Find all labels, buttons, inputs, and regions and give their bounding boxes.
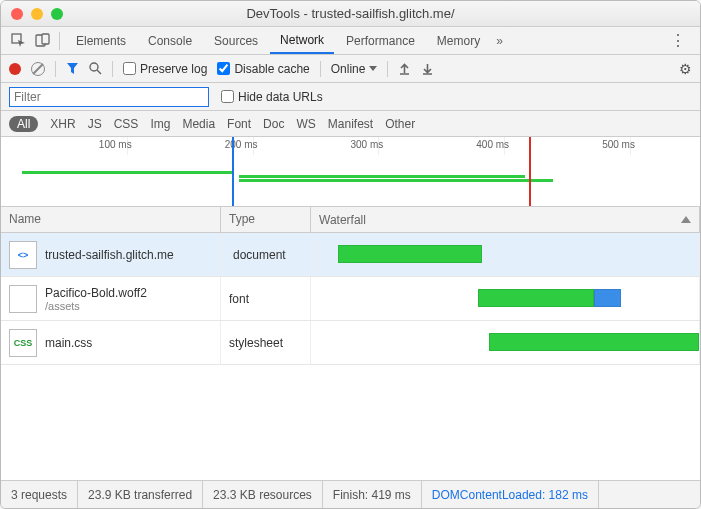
waterfall-cell [311, 321, 700, 364]
col-name[interactable]: Name [1, 207, 221, 232]
throttling-value: Online [331, 62, 366, 76]
close-window-button[interactable] [11, 8, 23, 20]
document-icon: <> [9, 241, 37, 269]
type-media[interactable]: Media [182, 117, 215, 131]
waterfall-cell [311, 277, 700, 320]
type-ws[interactable]: WS [296, 117, 315, 131]
svg-point-3 [90, 63, 98, 71]
upload-har-icon[interactable] [398, 62, 411, 75]
disable-cache-label: Disable cache [234, 62, 309, 76]
menu-dots-icon[interactable]: ⋮ [662, 31, 694, 50]
panel-tabs: Elements Console Sources Network Perform… [1, 27, 700, 55]
tab-network[interactable]: Network [270, 27, 334, 54]
tab-memory[interactable]: Memory [427, 27, 490, 54]
status-transferred: 23.9 KB transferred [78, 481, 203, 508]
table-row[interactable]: Pacifico-Bold.woff2/assets font [1, 277, 700, 321]
tab-performance[interactable]: Performance [336, 27, 425, 54]
preserve-log-label: Preserve log [140, 62, 207, 76]
sort-asc-icon [681, 216, 691, 223]
css-file-icon: CSS [9, 329, 37, 357]
file-icon [9, 285, 37, 313]
status-resources: 23.3 KB resources [203, 481, 323, 508]
svg-line-4 [97, 70, 101, 74]
col-waterfall[interactable]: Waterfall [311, 207, 700, 232]
throttling-select[interactable]: Online [331, 62, 378, 76]
load-marker [529, 137, 531, 206]
filter-input[interactable] [9, 87, 209, 107]
type-all[interactable]: All [9, 116, 38, 132]
col-type[interactable]: Type [221, 207, 311, 232]
status-finish: Finish: 419 ms [323, 481, 422, 508]
type-font[interactable]: Font [227, 117, 251, 131]
type-manifest[interactable]: Manifest [328, 117, 373, 131]
tab-elements[interactable]: Elements [66, 27, 136, 54]
devtools-window: DevTools - trusted-sailfish.glitch.me/ E… [0, 0, 701, 509]
download-har-icon[interactable] [421, 62, 434, 75]
titlebar: DevTools - trusted-sailfish.glitch.me/ [1, 1, 700, 27]
filter-bar: Hide data URLs [1, 83, 700, 111]
zoom-window-button[interactable] [51, 8, 63, 20]
tab-console[interactable]: Console [138, 27, 202, 54]
waterfall-cell [319, 233, 700, 276]
svg-rect-2 [42, 34, 49, 44]
device-mode-icon[interactable] [31, 30, 53, 52]
type-js[interactable]: JS [88, 117, 102, 131]
table-row[interactable]: <> trusted-sailfish.glitch.me document [1, 233, 700, 277]
type-xhr[interactable]: XHR [50, 117, 75, 131]
preserve-log-checkbox[interactable]: Preserve log [123, 62, 207, 76]
request-name: Pacifico-Bold.woff2 [45, 286, 147, 300]
request-type: font [221, 277, 311, 320]
request-type: stylesheet [221, 321, 311, 364]
filter-icon[interactable] [66, 62, 79, 75]
type-css[interactable]: CSS [114, 117, 139, 131]
status-dcl: DOMContentLoaded: 182 ms [422, 481, 599, 508]
request-table: <> trusted-sailfish.glitch.me document P… [1, 233, 700, 480]
inspect-element-icon[interactable] [7, 30, 29, 52]
table-header: Name Type Waterfall [1, 207, 700, 233]
type-filter-bar: All XHR JS CSS Img Media Font Doc WS Man… [1, 111, 700, 137]
minimize-window-button[interactable] [31, 8, 43, 20]
timeline-overview[interactable]: 100 ms 200 ms 300 ms 400 ms 500 ms [1, 137, 700, 207]
request-name: main.css [45, 336, 92, 350]
disable-cache-checkbox[interactable]: Disable cache [217, 62, 309, 76]
request-name: trusted-sailfish.glitch.me [45, 248, 174, 262]
clear-button[interactable] [31, 62, 45, 76]
search-icon[interactable] [89, 62, 102, 75]
status-requests: 3 requests [1, 481, 78, 508]
tab-sources[interactable]: Sources [204, 27, 268, 54]
more-tabs-icon[interactable]: » [496, 34, 503, 48]
type-other[interactable]: Other [385, 117, 415, 131]
dcl-marker [232, 137, 234, 206]
settings-gear-icon[interactable]: ⚙ [679, 61, 692, 77]
hide-data-urls-label: Hide data URLs [238, 90, 323, 104]
hide-data-urls-checkbox[interactable]: Hide data URLs [221, 90, 323, 104]
table-row[interactable]: CSS main.css stylesheet [1, 321, 700, 365]
network-toolbar: Preserve log Disable cache Online ⚙ [1, 55, 700, 83]
type-doc[interactable]: Doc [263, 117, 284, 131]
status-bar: 3 requests 23.9 KB transferred 23.3 KB r… [1, 480, 700, 508]
request-path: /assets [45, 300, 147, 312]
window-title: DevTools - trusted-sailfish.glitch.me/ [1, 6, 700, 21]
request-type: document [225, 233, 315, 276]
record-button[interactable] [9, 63, 21, 75]
type-img[interactable]: Img [150, 117, 170, 131]
